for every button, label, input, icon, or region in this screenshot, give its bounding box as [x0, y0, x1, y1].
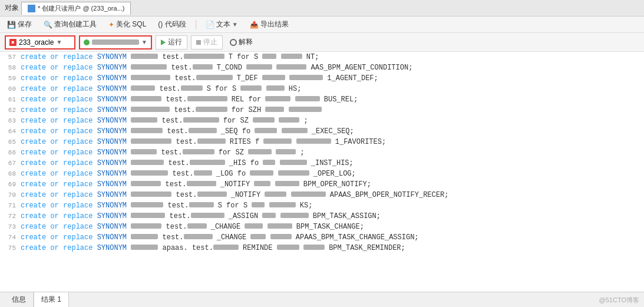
blurred-ref: [265, 192, 286, 197]
line-end: _SEQ fo: [221, 127, 250, 136]
keyword-synonym: SYNONYM: [97, 233, 127, 242]
line-tail: BPM_OPER_NOTIFY;: [303, 180, 371, 189]
keyword-create: create: [21, 243, 46, 253]
line-end: _CHANGE: [211, 222, 240, 232]
schema-selector[interactable]: ▼: [79, 35, 152, 49]
table-row: 61 create or replace SYNONYM test. REL f…: [0, 94, 644, 105]
blurred-ref: [265, 96, 290, 101]
blurred-name: [184, 54, 224, 59]
title-bar: 对象 * 创建只读用户 @ (233_ora...): [0, 0, 644, 16]
table-row: 67 create or replace SYNONYM test. _HIS …: [0, 158, 644, 169]
keyword-synonym: SYNONYM: [97, 169, 127, 179]
keyword-create: create: [21, 180, 46, 189]
line-end: T_COND: [217, 63, 242, 72]
keyword-or: or: [50, 116, 58, 126]
line-number: 74: [0, 233, 21, 242]
blurred-schema: [131, 202, 163, 207]
blurred-name: [194, 170, 212, 176]
keyword-or: or: [50, 180, 58, 189]
active-tab[interactable]: * 创建只读用户 @ (233_ora...): [21, 2, 131, 15]
test-prefix: test.: [162, 52, 183, 62]
db-selector[interactable]: ■ 233_oracle ▼: [5, 35, 75, 49]
keyword-synonym: SYNONYM: [97, 127, 127, 136]
keyword-or: or: [50, 169, 58, 179]
blurred-ref: [250, 170, 273, 176]
blurred-ref: [255, 128, 277, 133]
test-prefix: test.: [162, 233, 183, 242]
line-end: RITES f: [230, 137, 259, 147]
line-tail: NT;: [306, 52, 319, 62]
keyword-replace: replace: [63, 180, 93, 189]
toolbar: 💾 保存 🔍 查询创建工具 ✦ 美化 SQL () 代码段 📄 文本 ▼ 📤 导…: [0, 16, 644, 33]
blurred-ref2: [270, 234, 292, 239]
text-label: 文本: [216, 19, 230, 29]
bottom-tab-结果 1[interactable]: 结果 1: [34, 292, 69, 307]
test-prefix: test.: [174, 74, 196, 83]
blurred-ref: [262, 54, 276, 59]
blurred-ref2: [276, 64, 306, 70]
code-editor[interactable]: 57 create or replace SYNONYM test. T for…: [0, 52, 644, 292]
blurred-ref2: [279, 117, 299, 123]
keyword-replace: replace: [63, 159, 93, 168]
keyword-synonym: SYNONYM: [97, 180, 127, 189]
table-row: 72 create or replace SYNONYM test. _ASSI…: [0, 211, 644, 222]
line-end: for SZH: [232, 105, 261, 115]
table-row: 60 create or replace SYNONYM test. S for…: [0, 84, 644, 94]
table-row: 74 create or replace SYNONYM test. _CHAN…: [0, 232, 644, 243]
line-tail: BPM_TASK_CHANGE;: [296, 222, 364, 232]
blurred-ref2: [281, 54, 302, 59]
test-prefix: test.: [167, 127, 188, 136]
stop-button[interactable]: 停止: [191, 35, 223, 49]
query-tool-button[interactable]: 🔍 查询创建工具: [41, 18, 99, 31]
blurred-ref2: [280, 213, 309, 218]
line-tail: BPM_TASK_ASSIGN;: [313, 212, 381, 221]
bottom-tab-信息[interactable]: 信息: [5, 292, 34, 307]
code-block-button[interactable]: () 代码段: [156, 18, 188, 31]
keyword-synonym: SYNONYM: [97, 159, 127, 168]
line-tail: KS;: [300, 201, 313, 210]
keyword-replace: replace: [63, 201, 93, 210]
db-name: 233_oracle: [19, 38, 54, 47]
line-tail: BUS_REL;: [324, 95, 358, 104]
keyword-synonym: SYNONYM: [97, 63, 127, 72]
keyword-create: create: [21, 74, 46, 83]
blurred-ref: [252, 202, 265, 207]
keyword-replace: replace: [63, 212, 93, 221]
keyword-synonym: SYNONYM: [97, 105, 127, 115]
keyword-replace: replace: [63, 105, 93, 115]
table-row: 66 create or replace SYNONYM test. for S…: [0, 147, 644, 158]
text-button[interactable]: 📄 文本 ▼: [203, 18, 240, 31]
line-number: 57: [0, 52, 21, 62]
blurred-ref: [254, 181, 270, 186]
line-tail: 1_FAVORITES;: [335, 137, 386, 147]
blurred-name: [183, 149, 214, 154]
keyword-create: create: [21, 169, 46, 179]
blurred-ref2: [267, 223, 292, 229]
keyword-synonym: SYNONYM: [97, 222, 127, 232]
line-end: _ASSIGN: [229, 212, 258, 221]
line-tail: HS;: [289, 84, 302, 94]
blurred-name: [196, 75, 233, 80]
doc-icon: 📄: [206, 21, 214, 29]
blurred-ref: [262, 75, 285, 80]
test-prefix: test.: [169, 212, 190, 221]
run-button[interactable]: 运行: [156, 35, 187, 49]
beautify-sql-button[interactable]: ✦ 美化 SQL: [106, 18, 148, 31]
explain-button[interactable]: 解释: [226, 36, 256, 48]
line-end: REMINDE: [243, 243, 272, 253]
blurred-name: [197, 192, 227, 197]
main-layout: 对象 * 创建只读用户 @ (233_ora...) 💾 保存 🔍 查询创建工具…: [0, 0, 644, 307]
export-button[interactable]: 📤 导出结果: [247, 18, 291, 31]
save-button[interactable]: 💾 保存: [5, 18, 34, 31]
beautify-icon: ✦: [108, 21, 114, 29]
test-prefix: test.: [176, 190, 197, 200]
table-row: 71 create or replace SYNONYM test. S for…: [0, 200, 644, 211]
keyword-create: create: [21, 63, 46, 72]
blurred-schema: [131, 192, 171, 197]
keyword-or: or: [50, 222, 58, 232]
keyword-replace: replace: [63, 233, 93, 242]
keyword-replace: replace: [63, 222, 93, 232]
code-label: () 代码段: [158, 19, 186, 29]
blurred-ref: [265, 107, 284, 112]
blurred-ref: [246, 64, 272, 70]
